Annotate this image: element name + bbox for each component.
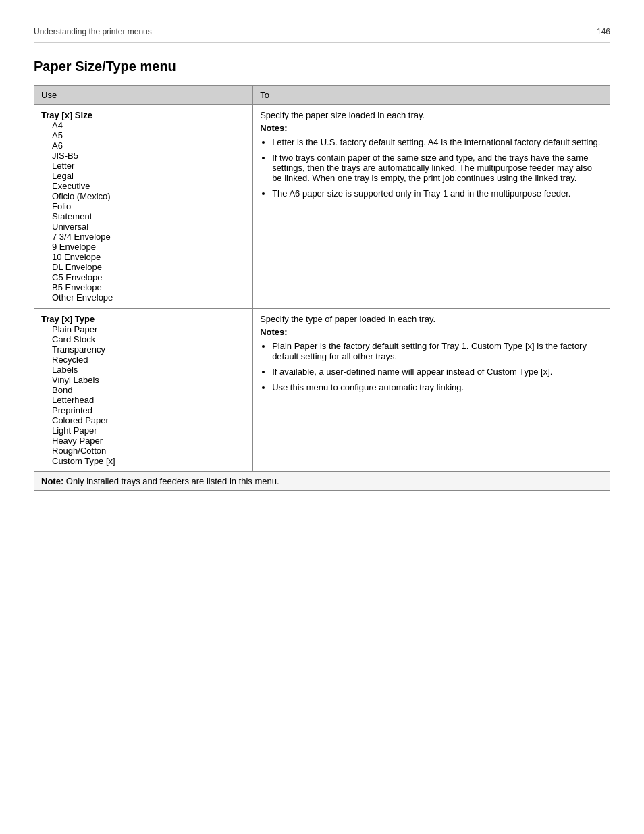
use-item: Letterhead	[41, 395, 246, 405]
note-item: Use this menu to configure automatic tra…	[272, 382, 603, 392]
note-item: Letter is the U.S. factory default setti…	[272, 137, 603, 147]
use-item: A4	[41, 120, 246, 130]
use-cell-1: Tray [x] TypePlain PaperCard StockTransp…	[34, 309, 253, 472]
notes-label-0: Notes:	[260, 123, 603, 133]
col2-header: To	[253, 86, 610, 105]
notes-list-0: Letter is the U.S. factory default setti…	[260, 137, 603, 199]
use-item: 9 Envelope	[41, 242, 246, 252]
use-item: Rough/Cotton	[41, 446, 246, 456]
use-item: Folio	[41, 201, 246, 211]
use-item: Universal	[41, 221, 246, 232]
use-item: Custom Type [x]	[41, 456, 246, 466]
use-item: Vinyl Labels	[41, 375, 246, 385]
header-left: Understanding the printer menus	[34, 27, 152, 36]
table-row: Tray [x] TypePlain PaperCard StockTransp…	[34, 309, 610, 472]
use-item: Transparency	[41, 344, 246, 355]
use-item: Labels	[41, 365, 246, 375]
notes-label-1: Notes:	[260, 327, 603, 337]
main-table: Use To Tray [x] SizeA4A5A6JIS-B5LetterLe…	[34, 85, 610, 491]
use-heading-0: Tray [x] Size	[41, 110, 92, 120]
use-item: Other Envelope	[41, 292, 246, 303]
notes-list-1: Plain Paper is the factory default setti…	[260, 341, 603, 392]
use-item: 7 3/4 Envelope	[41, 232, 246, 242]
use-item: B5 Envelope	[41, 282, 246, 292]
use-item: Plain Paper	[41, 324, 246, 334]
note-item: If available, a user-defined name will a…	[272, 367, 603, 377]
use-item: Executive	[41, 181, 246, 191]
use-item: DL Envelope	[41, 262, 246, 272]
use-item: Card Stock	[41, 334, 246, 344]
to-main-text-1: Specify the type of paper loaded in each…	[260, 314, 603, 324]
section-title: Paper Size/Type menu	[34, 59, 610, 74]
use-item: A5	[41, 130, 246, 140]
col1-header: Use	[34, 86, 253, 105]
use-item: Heavy Paper	[41, 436, 246, 446]
to-cell-0: Specify the paper size loaded in each tr…	[253, 105, 610, 309]
use-item: JIS-B5	[41, 151, 246, 161]
use-item: Bond	[41, 385, 246, 395]
header-right: 146	[597, 27, 610, 36]
use-item: Legal	[41, 171, 246, 181]
footer-cell: Note: Only installed trays and feeders a…	[34, 472, 610, 491]
use-item: Statement	[41, 211, 246, 221]
table-row: Tray [x] SizeA4A5A6JIS-B5LetterLegalExec…	[34, 105, 610, 309]
use-item: Colored Paper	[41, 415, 246, 425]
note-item: Plain Paper is the factory default setti…	[272, 341, 603, 361]
use-item: Light Paper	[41, 425, 246, 436]
to-cell-1: Specify the type of paper loaded in each…	[253, 309, 610, 472]
to-main-text-0: Specify the paper size loaded in each tr…	[260, 110, 603, 120]
note-item: The A6 paper size is supported only in T…	[272, 188, 603, 199]
page-header: Understanding the printer menus 146	[34, 27, 610, 43]
use-item: 10 Envelope	[41, 252, 246, 262]
use-item: A6	[41, 140, 246, 151]
use-item: Letter	[41, 161, 246, 171]
use-item: Oficio (Mexico)	[41, 191, 246, 201]
use-cell-0: Tray [x] SizeA4A5A6JIS-B5LetterLegalExec…	[34, 105, 253, 309]
use-item: C5 Envelope	[41, 272, 246, 282]
use-heading-1: Tray [x] Type	[41, 314, 95, 324]
footer-row: Note: Only installed trays and feeders a…	[34, 472, 610, 491]
use-item: Recycled	[41, 355, 246, 365]
note-item: If two trays contain paper of the same s…	[272, 153, 603, 183]
use-item: Preprinted	[41, 405, 246, 415]
